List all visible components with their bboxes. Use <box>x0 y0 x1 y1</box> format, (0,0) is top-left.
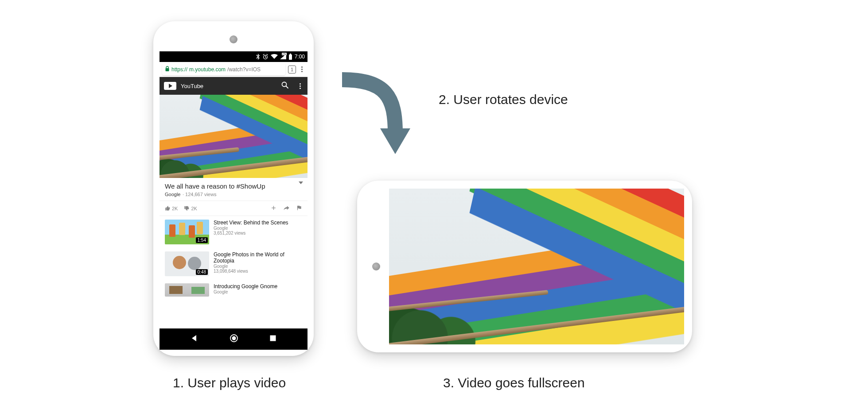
tab-switcher-button[interactable]: 1 <box>288 66 296 73</box>
url-path: /watch?v=IOS <box>227 66 261 73</box>
related-channel: Google <box>214 264 302 269</box>
url-scheme: https:// <box>171 66 187 73</box>
like-button[interactable]: 2K <box>165 205 178 211</box>
wifi-icon <box>271 54 278 59</box>
youtube-brand-label: YouTube <box>181 83 203 89</box>
dislike-button[interactable]: 2K <box>184 205 197 211</box>
video-title: We all have a reason to #ShowUp <box>165 182 302 190</box>
related-item[interactable]: 0:48 Google Photos in the World of Zooto… <box>160 248 307 280</box>
svg-line-5 <box>286 86 288 89</box>
battery-icon <box>288 54 292 60</box>
caption-step-3: 3. Video goes fullscreen <box>443 375 585 390</box>
related-views: 3,651,202 views <box>214 231 288 236</box>
svg-rect-8 <box>270 336 276 341</box>
related-thumb: 0:48 <box>165 251 209 276</box>
lock-icon <box>165 66 170 73</box>
caption-step-1: 1. User plays video <box>173 375 286 390</box>
related-thumb: 1:54 <box>165 220 209 244</box>
youtube-logo-icon[interactable] <box>164 82 176 90</box>
dislike-count: 2K <box>191 206 197 211</box>
video-views: · 124,667 views <box>183 192 216 197</box>
related-channel: Google <box>214 226 288 231</box>
url-field[interactable]: https://m.youtube.com/watch?v=IOS <box>162 64 285 75</box>
expand-description-icon[interactable] <box>299 181 303 184</box>
android-status-bar: LTE 7:00 <box>160 51 307 62</box>
nav-home-icon[interactable] <box>230 334 238 344</box>
svg-rect-1 <box>289 54 292 60</box>
url-host: m.youtube.com <box>189 66 226 73</box>
youtube-app-bar: YouTube <box>160 77 307 95</box>
like-count: 2K <box>172 206 178 211</box>
phone-landscape-frame <box>357 181 692 352</box>
phone-screen: LTE 7:00 https://m.youtube.com/watch?v=I… <box>160 51 307 350</box>
nav-back-icon[interactable] <box>191 334 199 344</box>
signal-icon: LTE <box>280 54 286 59</box>
share-icon[interactable] <box>283 205 290 212</box>
android-nav-bar <box>160 328 307 350</box>
status-time: 7:00 <box>295 54 305 60</box>
bluetooth-icon <box>256 54 260 60</box>
svg-rect-2 <box>290 54 291 54</box>
phone-portrait-frame: LTE 7:00 https://m.youtube.com/watch?v=I… <box>153 21 314 356</box>
related-videos-list[interactable]: 1:54 Street View: Behind the Scenes Goog… <box>160 216 307 328</box>
related-title: Introducing Google Gnome <box>214 283 277 290</box>
search-icon[interactable] <box>281 81 289 91</box>
related-duration: 0:48 <box>196 269 208 275</box>
svg-point-7 <box>232 336 236 340</box>
phone-earpiece <box>372 263 380 270</box>
svg-rect-3 <box>166 68 169 71</box>
alarm-icon <box>262 54 269 60</box>
youtube-menu-icon[interactable] <box>297 83 303 89</box>
related-channel: Google <box>214 290 277 294</box>
video-action-row: 2K 2K <box>160 201 307 216</box>
phone-earpiece <box>230 35 237 43</box>
flag-icon[interactable] <box>296 205 302 212</box>
related-title: Google Photos in the World of Zootopia <box>214 251 302 264</box>
browser-toolbar: https://m.youtube.com/watch?v=IOS 1 <box>160 62 307 77</box>
add-to-icon[interactable] <box>270 205 277 212</box>
related-thumb <box>165 283 209 297</box>
related-title: Street View: Behind the Scenes <box>214 220 288 226</box>
lte-badge: LTE <box>282 53 287 55</box>
related-views: 13,098,648 views <box>214 269 302 274</box>
tab-count-value: 1 <box>291 67 293 72</box>
related-duration: 1:54 <box>196 237 208 243</box>
nav-recents-icon[interactable] <box>269 335 276 344</box>
related-item[interactable]: Introducing Google Gnome Google <box>160 280 307 297</box>
fullscreen-video[interactable] <box>389 189 684 344</box>
video-frame-art <box>389 189 684 344</box>
video-player[interactable] <box>160 95 307 178</box>
browser-menu-icon[interactable] <box>299 66 305 72</box>
video-metadata: We all have a reason to #ShowUp Google ·… <box>160 178 307 201</box>
video-owner[interactable]: Google <box>165 192 180 197</box>
rotate-arrow-icon <box>333 71 413 168</box>
related-item[interactable]: 1:54 Street View: Behind the Scenes Goog… <box>160 216 307 248</box>
caption-step-2: 2. User rotates device <box>439 92 568 107</box>
video-frame-art <box>160 95 307 178</box>
